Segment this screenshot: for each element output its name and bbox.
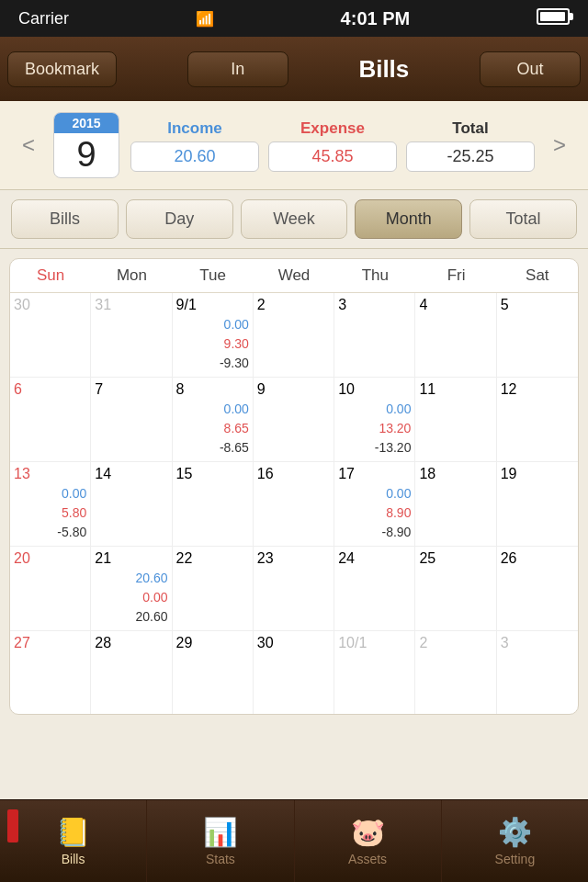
prev-month-arrow[interactable]: <	[15, 129, 42, 162]
year-display: 2015	[54, 113, 119, 133]
bottom-tab-setting[interactable]: ⚙️ Setting	[442, 800, 588, 882]
table-row[interactable]: 2	[415, 631, 496, 714]
table-row[interactable]: 30	[254, 631, 334, 714]
battery-container	[537, 8, 570, 29]
table-row[interactable]: 29	[173, 631, 254, 714]
table-row[interactable]: 18	[415, 462, 496, 547]
status-bar: Carrier 📶 4:01 PM	[0, 0, 588, 37]
view-tabs: Bills Day Week Month Total	[0, 190, 588, 249]
table-row[interactable]: 80.008.65-8.65	[173, 378, 254, 462]
table-row[interactable]: 2	[254, 293, 334, 378]
table-row[interactable]: 27	[10, 631, 91, 714]
active-indicator	[7, 809, 18, 842]
tab-bills[interactable]: Bills	[11, 199, 119, 239]
table-row[interactable]: 3	[497, 631, 578, 714]
calendar-container: Sun Mon Tue Wed Thu Fri Sat 30319/10.009…	[9, 258, 579, 715]
top-nav: Bookmark In Bills Out	[0, 37, 588, 101]
assets-icon: 🐷	[351, 816, 385, 848]
day-header-tue: Tue	[173, 266, 254, 285]
table-row[interactable]: 9/10.009.30-9.30	[173, 293, 254, 378]
income-label: Income	[130, 119, 259, 138]
page-title: Bills	[358, 55, 409, 84]
calendar-grid: 30319/10.009.30-9.3023456780.008.65-8.65…	[10, 293, 578, 714]
income-value: 20.60	[130, 141, 259, 172]
table-row[interactable]: 7	[91, 378, 172, 462]
stats-tab-label: Stats	[206, 852, 235, 866]
table-row[interactable]: 23	[254, 547, 334, 631]
table-row[interactable]: 2120.600.0020.60	[91, 547, 172, 631]
income-box: Income 20.60	[130, 119, 259, 172]
out-button[interactable]: Out	[480, 51, 581, 87]
table-row[interactable]: 170.008.90-8.90	[334, 462, 415, 547]
table-row[interactable]: 6	[10, 378, 91, 462]
bottom-tab-bills[interactable]: 📒 Bills	[0, 800, 147, 882]
time-display: 4:01 PM	[341, 8, 411, 29]
expense-value: 45.85	[268, 141, 397, 172]
table-row[interactable]: 12	[497, 378, 578, 462]
table-row[interactable]: 10/1	[334, 631, 415, 714]
table-row[interactable]: 30	[10, 293, 91, 378]
day-header-mon: Mon	[91, 266, 172, 285]
table-row[interactable]: 20	[10, 547, 91, 631]
date-box[interactable]: 2015 9	[53, 112, 119, 178]
setting-icon: ⚙️	[498, 816, 532, 848]
day-header-sun: Sun	[10, 266, 91, 285]
bills-icon: 📒	[56, 816, 90, 848]
tab-total[interactable]: Total	[469, 199, 577, 239]
bottom-tabs: 📒 Bills 📊 Stats 🐷 Assets ⚙️ Setting	[0, 799, 588, 882]
expense-box: Expense 45.85	[268, 119, 397, 172]
total-value: -25.25	[406, 141, 535, 172]
day-display: 9	[54, 133, 119, 177]
day-header-sat: Sat	[497, 266, 578, 285]
in-button[interactable]: In	[187, 51, 288, 87]
totals-section: Income 20.60 Expense 45.85 Total -25.25	[130, 119, 535, 172]
day-headers: Sun Mon Tue Wed Thu Fri Sat	[10, 259, 578, 293]
table-row[interactable]: 130.005.80-5.80	[10, 462, 91, 547]
table-row[interactable]: 100.0013.20-13.20	[334, 378, 415, 462]
day-header-wed: Wed	[254, 266, 334, 285]
expense-label: Expense	[268, 119, 397, 138]
table-row[interactable]: 28	[91, 631, 172, 714]
table-row[interactable]: 26	[497, 547, 578, 631]
header-section: < 2015 9 Income 20.60 Expense 45.85 Tota…	[0, 101, 588, 190]
bookmark-button[interactable]: Bookmark	[7, 51, 117, 87]
day-header-fri: Fri	[415, 266, 496, 285]
setting-tab-label: Setting	[495, 852, 536, 866]
wifi-icon: 📶	[196, 10, 214, 28]
assets-tab-label: Assets	[348, 852, 387, 866]
table-row[interactable]: 16	[254, 462, 334, 547]
table-row[interactable]: 11	[415, 378, 496, 462]
table-row[interactable]: 14	[91, 462, 172, 547]
stats-icon: 📊	[203, 816, 237, 848]
bottom-tab-assets[interactable]: 🐷 Assets	[295, 800, 442, 882]
next-month-arrow[interactable]: >	[546, 129, 573, 162]
table-row[interactable]: 5	[497, 293, 578, 378]
total-box: Total -25.25	[406, 119, 535, 172]
bottom-tab-stats[interactable]: 📊 Stats	[147, 800, 294, 882]
battery-icon	[537, 8, 570, 25]
table-row[interactable]: 31	[91, 293, 172, 378]
tab-week[interactable]: Week	[241, 199, 348, 239]
table-row[interactable]: 4	[415, 293, 496, 378]
tab-day[interactable]: Day	[126, 199, 233, 239]
table-row[interactable]: 22	[173, 547, 254, 631]
tab-month[interactable]: Month	[355, 199, 462, 239]
table-row[interactable]: 19	[497, 462, 578, 547]
total-label: Total	[406, 119, 535, 138]
day-header-thu: Thu	[334, 266, 415, 285]
table-row[interactable]: 9	[254, 378, 334, 462]
table-row[interactable]: 24	[334, 547, 415, 631]
table-row[interactable]: 15	[173, 462, 254, 547]
bills-tab-label: Bills	[62, 852, 85, 866]
carrier-label: Carrier	[18, 9, 69, 28]
table-row[interactable]: 3	[334, 293, 415, 378]
table-row[interactable]: 25	[415, 547, 496, 631]
